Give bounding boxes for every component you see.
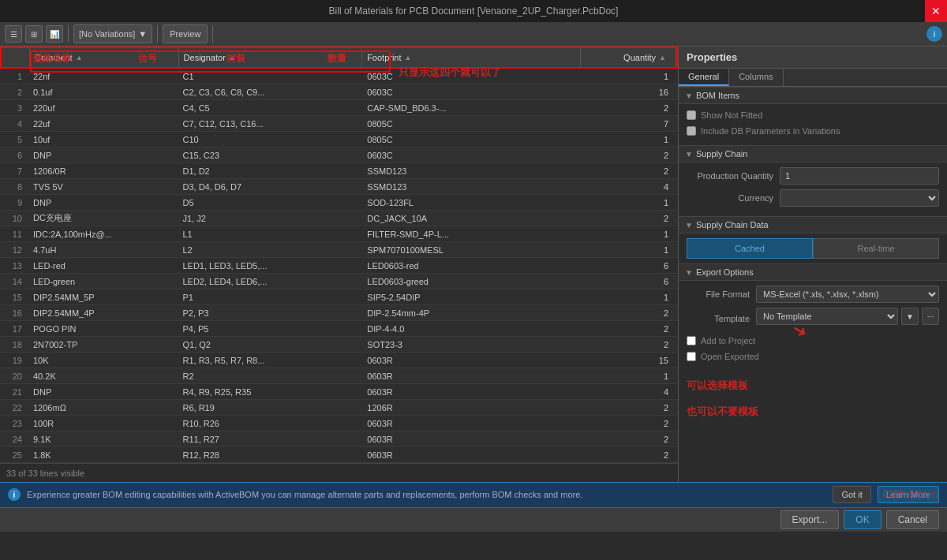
cell-designator: R6, R19 — [178, 403, 362, 413]
table-row[interactable]: 5 10uf C10 0805C 1 — [0, 132, 678, 147]
table-row[interactable]: 1 22nf C1 0603C 1 — [0, 69, 678, 84]
cell-num: 11 — [0, 230, 28, 239]
col-comment-header[interactable]: Comment ▲ — [30, 48, 179, 67]
include-db-params-checkbox[interactable] — [687, 126, 696, 136]
table-body[interactable]: 1 22nf C1 0603C 1 2 0.1uf C2, C3, C6, C8… — [0, 69, 678, 463]
file-format-select[interactable]: MS-Excel (*.xls, *.xlsx, *.xlsm) — [756, 286, 939, 303]
cell-footprint: SPM7070100MESL — [362, 245, 582, 255]
col-designator-header[interactable]: Designator ▲ — [179, 48, 363, 67]
table-row[interactable]: 13 LED-red LED1, LED3, LED5,... LED0603-… — [0, 258, 678, 274]
table-row[interactable]: 23 100R R10, R26 0603R 2 — [0, 416, 678, 431]
cell-quantity: 16 — [582, 88, 678, 97]
cell-num: 25 — [0, 450, 28, 460]
table-row[interactable]: 14 LED-green LED2, LED4, LED6,... LED060… — [0, 274, 678, 289]
col-footprint-header[interactable]: Footprint ▲ — [362, 48, 580, 67]
bom-items-content: Show Not Fitted Include DB Parameters in… — [679, 104, 947, 145]
cell-designator: C15, C23 — [178, 151, 362, 160]
cell-footprint: 0603R — [362, 435, 582, 444]
table-row[interactable]: 6 DNP C15, C23 0603C 2 — [0, 147, 678, 163]
cell-quantity: 2 — [582, 419, 678, 428]
toolbar-separator-3 — [212, 25, 213, 43]
variations-dropdown[interactable]: [No Variations] ▼ — [73, 24, 152, 43]
cell-designator: L2 — [178, 245, 362, 255]
table-row[interactable]: 3 220uf C4, C5 CAP-SMD_BD6.3-... 2 — [0, 100, 678, 116]
include-db-params-row: Include DB Parameters in Variations — [687, 125, 939, 137]
cell-footprint: SSMD123 — [362, 166, 582, 176]
toolbar-separator-2 — [157, 25, 158, 43]
cell-quantity: 4 — [582, 182, 678, 192]
cell-num: 12 — [0, 245, 28, 255]
menu-icon[interactable]: ☰ — [5, 25, 22, 43]
cell-designator: R1, R3, R5, R7, R8... — [178, 356, 362, 365]
production-qty-input[interactable] — [780, 167, 939, 185]
cell-comment: 10uf — [28, 135, 178, 144]
table-row[interactable]: 24 9.1K R11, R27 0603R 2 — [0, 431, 678, 447]
file-format-row: File Format MS-Excel (*.xls, *.xlsx, *.x… — [687, 286, 939, 303]
tab-columns[interactable]: Columns — [729, 69, 783, 86]
template-more-btn[interactable]: ··· — [922, 308, 939, 325]
cell-comment: IDC:2A,100mHz@... — [28, 230, 178, 239]
template-select[interactable]: No Template — [756, 308, 898, 325]
got-it-button[interactable]: Got it — [833, 486, 870, 503]
cell-quantity: 1 — [582, 72, 678, 81]
show-not-fitted-checkbox[interactable] — [687, 110, 696, 120]
cell-quantity: 2 — [582, 324, 678, 334]
preview-button[interactable]: Preview — [163, 24, 208, 43]
table-row[interactable]: 16 DIP2.54MM_4P P2, P3 DIP-2.54mm-4P 2 — [0, 305, 678, 321]
table-row[interactable]: 2 0.1uf C2, C3, C6, C8, C9... 0603C 16 — [0, 84, 678, 100]
table-row[interactable]: 18 2N7002-TP Q1, Q2 SOT23-3 2 — [0, 337, 678, 353]
close-button[interactable]: ✕ — [925, 0, 947, 22]
cell-comment: 1206mΩ — [28, 403, 178, 413]
toolbar-icon-1[interactable]: ⊞ — [25, 25, 43, 43]
table-row[interactable]: 10 DC充电座 J1, J2 DC_JACK_10A 2 — [0, 211, 678, 226]
add-to-project-row: Add to Project — [687, 334, 939, 347]
cell-quantity: 2 — [582, 214, 678, 223]
toolbar-icon-2[interactable]: 📊 — [46, 25, 63, 43]
learn-more-button[interactable]: Learn More — [878, 486, 939, 503]
panel-tabs: General Columns — [679, 69, 947, 87]
info-icon: i — [8, 488, 21, 501]
cell-num: 9 — [0, 198, 28, 207]
table-row[interactable]: 22 1206mΩ R6, R19 1206R 2 — [0, 400, 678, 416]
table-row[interactable]: 7 1206/0R D1, D2 SSMD123 2 — [0, 163, 678, 179]
table-row[interactable]: 8 TVS 5V D3, D4, D6, D7 SSMD123 4 — [0, 179, 678, 195]
cell-num: 13 — [0, 261, 28, 271]
cell-num: 6 — [0, 151, 28, 160]
supply-chain-content: Production Quantity Currency — [679, 162, 947, 216]
export-options-header: ▼ Export Options — [679, 263, 947, 281]
export-button[interactable]: Export... — [780, 510, 840, 529]
cancel-button[interactable]: Cancel — [886, 510, 939, 529]
add-to-project-checkbox[interactable] — [687, 336, 696, 345]
template-dropdown-btn[interactable]: ▼ — [901, 308, 919, 325]
table-row[interactable]: 12 4.7uH L2 SPM7070100MESL 1 — [0, 242, 678, 258]
currency-row: Currency — [687, 189, 939, 207]
cell-quantity: 6 — [582, 277, 678, 286]
table-row[interactable]: 20 40.2K R2 0603R 1 — [0, 368, 678, 384]
table-row[interactable]: 21 DNP R4, R9, R25, R35 0603R 4 — [0, 384, 678, 400]
info-icon-btn[interactable]: i — [926, 26, 942, 42]
col-quantity-header[interactable]: Quantity ▲ — [581, 48, 676, 67]
table-row[interactable]: 15 DIP2.54MM_5P P1 SIP5-2.54DIP 1 — [0, 289, 678, 305]
currency-select[interactable] — [780, 189, 939, 207]
cell-num: 1 — [0, 72, 28, 81]
cell-comment: 220uf — [28, 103, 178, 113]
cached-button[interactable]: Cached — [687, 238, 813, 259]
table-row[interactable]: 19 10K R1, R3, R5, R7, R8... 0603R 15 — [0, 353, 678, 368]
table-row[interactable]: 17 POGO PIN P4, P5 DIP-4-4.0 2 — [0, 321, 678, 337]
table-row[interactable]: 4 22uf C7, C12, C13, C16... 0805C 7 — [0, 116, 678, 132]
cell-comment: 4.7uH — [28, 245, 178, 255]
cell-num: 5 — [0, 135, 28, 144]
open-exported-checkbox[interactable] — [687, 352, 696, 361]
realtime-button[interactable]: Real-time — [813, 238, 939, 259]
ok-button[interactable]: OK — [844, 510, 881, 529]
cell-designator: R10, R26 — [178, 419, 362, 428]
table-row[interactable]: 9 DNP D5 SOD-123FL 1 — [0, 195, 678, 211]
cell-quantity: 2 — [582, 103, 678, 113]
tab-general[interactable]: General — [679, 69, 729, 86]
cell-quantity: 1 — [582, 245, 678, 255]
panel-header: Properties — [679, 47, 947, 69]
table-row[interactable]: 11 IDC:2A,100mHz@... L1 FILTER-SMD_4P-L.… — [0, 226, 678, 242]
table-row[interactable]: 25 1.8K R12, R28 0603R 2 — [0, 447, 678, 463]
cell-designator: R11, R27 — [178, 435, 362, 444]
cell-footprint: LED0603-greed — [362, 277, 582, 286]
